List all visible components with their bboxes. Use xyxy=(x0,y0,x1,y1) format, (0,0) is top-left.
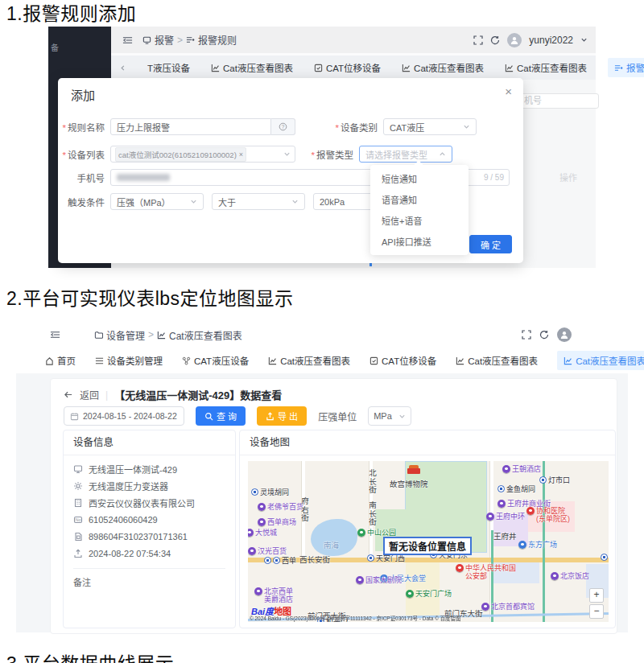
s2-tab-4[interactable]: Cat液压查看图表 xyxy=(268,354,350,367)
s2-tab-1[interactable]: 首页 xyxy=(45,354,76,367)
map-poi: 王朝酒店 xyxy=(502,465,541,473)
map-poi: 故宫博物院 xyxy=(390,480,428,489)
alarm-type-option[interactable]: 语音通知 xyxy=(370,189,469,210)
map-area-lake xyxy=(311,519,357,556)
section-heading-1: 1.报警规则添加 xyxy=(6,0,136,26)
breadcrumb-item[interactable]: Cat液压查看图表 xyxy=(169,328,242,342)
rule-name-input[interactable]: 压力上限报警 xyxy=(110,118,271,135)
map-poi-label: 中山公园 xyxy=(367,529,396,537)
map-poi-label: 王府井 xyxy=(493,533,517,542)
map-poi: 灯市口 xyxy=(539,476,570,484)
unit-select[interactable]: MPa xyxy=(368,406,411,426)
map-pin-icon xyxy=(258,503,266,511)
map-poi: 北京首都宾馆 xyxy=(481,603,535,611)
collapse-menu-icon[interactable] xyxy=(50,330,60,340)
chevron-down-icon xyxy=(283,150,291,158)
content-area: 返回 | 【无线温压一体测试-429】数据查看 2024-08-15 - 202… xyxy=(16,373,628,632)
alarm-type-option[interactable]: 短信+语音 xyxy=(370,210,469,231)
map-pin-icon xyxy=(539,476,547,484)
screenshot-alarm-rule: 备 仪 仪 报警 > 报警规则 yunyi2022 T液压设备Cat液压查看图表… xyxy=(48,27,596,268)
list-icon xyxy=(95,356,104,365)
tab-label: 设备类别管理 xyxy=(107,354,163,367)
chevron-down-icon[interactable] xyxy=(580,36,588,43)
help-icon[interactable]: ? xyxy=(271,118,295,135)
s2-tab-6[interactable]: Cat液压查看图表 xyxy=(456,354,538,367)
trigger-metric-select[interactable]: 压强（MPa） xyxy=(110,193,204,210)
map-pin-icon xyxy=(486,513,494,521)
map-poi-label: 东方广场 xyxy=(528,541,557,549)
map-poi: 金鱼胡同 xyxy=(497,485,535,493)
fullscreen-icon[interactable] xyxy=(522,330,531,340)
collapse-menu-icon[interactable] xyxy=(122,35,133,45)
query-button[interactable]: 查 询 xyxy=(196,406,246,426)
username[interactable]: yunyi2022 xyxy=(529,35,573,46)
masked-phone-value xyxy=(117,174,170,181)
device-info-row: 西安云仪仪器仪表有限公司 xyxy=(64,494,235,511)
device-info-row: No61052406060429 xyxy=(64,511,235,528)
refresh-icon[interactable] xyxy=(539,330,549,340)
fullscreen-icon[interactable] xyxy=(473,35,483,45)
avatar[interactable] xyxy=(507,33,522,47)
map-poi-label: 中华人民共和国 公安部 xyxy=(465,564,516,581)
alarm-type-select[interactable]: 请选择报警类型 xyxy=(359,146,452,163)
alarm-type-option[interactable]: API接口推送 xyxy=(370,231,469,252)
calendar-icon xyxy=(70,412,79,421)
s2-tab-2[interactable]: 设备类别管理 xyxy=(95,354,163,367)
s2-tab-5[interactable]: CAT位移设备 xyxy=(369,354,436,367)
breadcrumb: 报警 > 报警规则 xyxy=(142,33,237,47)
device-list-multiselect[interactable]: cat液位测试002(61052109100002)× xyxy=(110,146,295,163)
export-button[interactable]: 导 出 xyxy=(257,406,307,426)
alarm-type-label: *报警类型 xyxy=(302,148,353,161)
map-poi-label: 王朝酒店 xyxy=(512,465,541,473)
tag-close-icon[interactable]: × xyxy=(239,150,243,159)
back-arrow-icon[interactable] xyxy=(64,390,73,399)
phone-filter-input[interactable]: 机号 xyxy=(514,93,599,109)
unit-label: 压强单位 xyxy=(318,410,357,423)
confirm-button[interactable]: 确 定 xyxy=(469,235,512,253)
zoom-in-button[interactable]: + xyxy=(589,588,604,603)
tab-label: Cat液压查看图表 xyxy=(414,61,484,74)
dialog-close-icon[interactable]: × xyxy=(505,84,512,98)
map-pin-icon xyxy=(258,518,266,526)
map-poi: 南长街 xyxy=(367,501,376,527)
chevron-down-icon xyxy=(398,413,406,420)
breadcrumb-item[interactable]: 报警规则 xyxy=(198,33,237,47)
chart-icon xyxy=(505,64,514,72)
alarm-type-option[interactable]: 短信通知 xyxy=(370,168,469,189)
char-counter: 9 / 59 xyxy=(484,173,504,182)
trigger-label: 触发条件 xyxy=(58,196,105,208)
back-button[interactable]: 返回 xyxy=(80,388,99,402)
trigger-operator-select[interactable]: 大于 xyxy=(212,193,305,210)
s1-tab-3[interactable]: CAT位移设备 xyxy=(314,61,381,74)
s2-tab-3[interactable]: CAT液压设备 xyxy=(182,354,249,367)
map-poi: 天安门西 xyxy=(367,554,405,562)
map-poi: 协和医院 (东单院区) xyxy=(526,507,570,524)
zoom-out-button[interactable]: − xyxy=(589,604,604,619)
remark-label: 备注 xyxy=(64,569,235,595)
baidu-map[interactable]: 暂无设备位置信息 + − Bai度地图 © 2024 Baidu - GS(20… xyxy=(248,461,609,622)
chevron-up-icon xyxy=(439,150,446,158)
s1-tab-1[interactable]: T液压设备 xyxy=(147,61,190,74)
device-info-row: 2024-08-22 07:54:34 xyxy=(64,545,235,562)
map-pin-icon xyxy=(406,590,414,598)
device-category-select[interactable]: CAT液压 xyxy=(383,118,477,135)
date-range-picker[interactable]: 2024-08-15 - 2024-08-22 xyxy=(64,406,184,426)
s1-tab-5[interactable]: Cat液压查看图表 xyxy=(505,61,587,74)
device-tag[interactable]: cat液位测试002(61052109100002)× xyxy=(115,147,246,162)
map-poi: 北长街 xyxy=(367,469,376,495)
breadcrumb-item[interactable]: 设备管理 xyxy=(106,328,145,342)
tab-scroll-left-icon[interactable] xyxy=(119,64,126,72)
map-poi-label: 天安门西 xyxy=(376,554,405,562)
s1-tab-4[interactable]: Cat液压查看图表 xyxy=(402,61,484,74)
tab-bar: T液压设备Cat液压查看图表CAT位移设备Cat液压查看图表Cat液压查看图表报… xyxy=(111,56,596,80)
avatar[interactable] xyxy=(557,327,572,342)
s1-tab-2[interactable]: Cat液压查看图表 xyxy=(211,61,293,74)
map-pin-icon xyxy=(601,554,608,561)
s2-tab-7[interactable]: Cat液压查看图表× xyxy=(557,351,644,370)
page-title: 【无线温压一体测试-429】数据查看 xyxy=(114,387,282,402)
breadcrumb-item[interactable]: 报警 xyxy=(155,33,174,47)
s1-tab-6[interactable]: 报警规则× xyxy=(608,58,644,77)
folder-icon xyxy=(94,331,103,340)
chart-icon xyxy=(157,331,166,340)
refresh-icon[interactable] xyxy=(490,35,500,45)
